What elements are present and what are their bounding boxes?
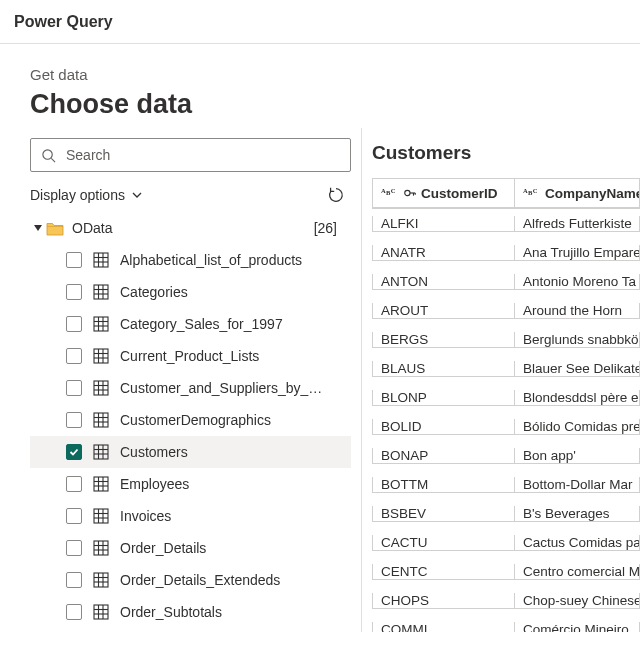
checkbox[interactable] xyxy=(66,476,82,492)
tree-item[interactable]: Current_Product_Lists xyxy=(30,340,351,372)
cell: Around the Horn xyxy=(515,303,640,319)
cell: Ana Trujillo Empare xyxy=(515,245,640,261)
tree-item-label: Customers xyxy=(120,444,351,460)
svg-rect-27 xyxy=(94,413,108,427)
chevron-down-icon xyxy=(131,189,143,201)
table-row[interactable]: ANATRAna Trujillo Empare xyxy=(372,238,640,267)
breadcrumb: Get data xyxy=(30,66,610,83)
search-box[interactable] xyxy=(30,138,351,172)
search-icon xyxy=(41,148,56,163)
checkbox[interactable] xyxy=(66,508,82,524)
table-row[interactable]: CACTUCactus Comidas pa xyxy=(372,528,640,557)
tree-item[interactable]: Order_Details_Extendeds xyxy=(30,564,351,596)
navigator-pane: Display options OData [26] Alphabetical_… xyxy=(0,128,362,632)
cell: ANTON xyxy=(372,274,515,290)
table-icon xyxy=(92,283,110,301)
key-icon xyxy=(403,186,417,200)
refresh-button[interactable] xyxy=(325,184,347,206)
checkbox[interactable] xyxy=(66,284,82,300)
svg-rect-2 xyxy=(94,253,108,267)
table-row[interactable]: BOLIDBólido Comidas pre xyxy=(372,412,640,441)
preview-pane: Customers ABCCustomerIDABCCompanyNameALF… xyxy=(362,128,640,632)
tree-item-label: Customer_and_Suppliers_by_… xyxy=(120,380,351,396)
tree-item[interactable]: Order_Subtotals xyxy=(30,596,351,622)
column-header[interactable]: ABCCompanyName xyxy=(515,179,640,209)
checkbox[interactable] xyxy=(66,572,82,588)
tree-item-label: Category_Sales_for_1997 xyxy=(120,316,351,332)
cell: Blauer See Delikate xyxy=(515,361,640,377)
tree-item[interactable]: Employees xyxy=(30,468,351,500)
caret-down-icon xyxy=(30,223,46,233)
source-folder-row[interactable]: OData [26] xyxy=(30,216,351,240)
table-icon xyxy=(92,411,110,429)
tree-item[interactable]: Order_Details xyxy=(30,532,351,564)
tree-item-label: Current_Product_Lists xyxy=(120,348,351,364)
cell: ANATR xyxy=(372,245,515,261)
checkbox[interactable] xyxy=(66,348,82,364)
text-type-icon: ABC xyxy=(381,186,399,200)
table-row[interactable]: BLONPBlondesddsl père e xyxy=(372,383,640,412)
tree-item-label: Categories xyxy=(120,284,351,300)
checkbox[interactable] xyxy=(66,252,82,268)
checkbox[interactable] xyxy=(66,380,82,396)
table-icon xyxy=(92,443,110,461)
table-row[interactable]: AROUTAround the Horn xyxy=(372,296,640,325)
cell: Bólido Comidas pre xyxy=(515,419,640,435)
display-options-button[interactable]: Display options xyxy=(30,187,143,203)
column-name: CustomerID xyxy=(421,186,498,201)
page-header: Get data Choose data xyxy=(0,44,640,124)
checkbox[interactable] xyxy=(66,540,82,556)
svg-rect-22 xyxy=(94,381,108,395)
source-item-count: [26] xyxy=(314,220,345,236)
tree-item[interactable]: Customers xyxy=(30,436,351,468)
cell: BSBEV xyxy=(372,506,515,522)
tree-item[interactable]: CustomerDemographics xyxy=(30,404,351,436)
table-row[interactable]: BLAUSBlauer See Delikate xyxy=(372,354,640,383)
tree-item[interactable]: Alphabetical_list_of_products xyxy=(30,244,351,276)
checkbox[interactable] xyxy=(66,444,82,460)
svg-point-65 xyxy=(405,190,410,195)
navigator-tools: Display options xyxy=(30,184,351,206)
tree-item[interactable]: Categories xyxy=(30,276,351,308)
cell: COMMI xyxy=(372,622,515,633)
table-icon xyxy=(92,379,110,397)
table-row[interactable]: ANTONAntonio Moreno Ta xyxy=(372,267,640,296)
app-title: Power Query xyxy=(14,13,113,31)
checkbox[interactable] xyxy=(66,412,82,428)
column-header[interactable]: ABCCustomerID xyxy=(372,179,515,209)
cell: BLONP xyxy=(372,390,515,406)
cell: BERGS xyxy=(372,332,515,348)
tree-item[interactable]: Category_Sales_for_1997 xyxy=(30,308,351,340)
cell: Antonio Moreno Ta xyxy=(515,274,640,290)
checkbox[interactable] xyxy=(66,316,82,332)
tree-item[interactable]: Invoices xyxy=(30,500,351,532)
table-row[interactable]: BERGSBerglunds snabbkö xyxy=(372,325,640,354)
tree-item-label: Order_Subtotals xyxy=(120,604,351,620)
table-row[interactable]: CENTCCentro comercial M xyxy=(372,557,640,586)
search-input[interactable] xyxy=(64,146,340,164)
grid-header-row: ABCCustomerIDABCCompanyName xyxy=(372,179,640,209)
table-icon xyxy=(92,603,110,621)
table-row[interactable]: ALFKIAlfreds Futterkiste xyxy=(372,209,640,238)
cell: Centro comercial M xyxy=(515,564,640,580)
table-row[interactable]: CHOPSChop-suey Chinese xyxy=(372,586,640,615)
table-row[interactable]: COMMIComércio Mineiro xyxy=(372,615,640,632)
table-tree: Alphabetical_list_of_productsCategoriesC… xyxy=(30,244,351,622)
table-row[interactable]: BONAPBon app' xyxy=(372,441,640,470)
page-title: Choose data xyxy=(30,89,610,120)
table-icon xyxy=(92,315,110,333)
tree-item-label: CustomerDemographics xyxy=(120,412,351,428)
table-row[interactable]: BOTTMBottom-Dollar Mar xyxy=(372,470,640,499)
svg-point-0 xyxy=(43,149,52,158)
content-area: Display options OData [26] Alphabetical_… xyxy=(0,128,640,632)
checkbox[interactable] xyxy=(66,604,82,620)
svg-text:C: C xyxy=(391,187,396,194)
cell: BOTTM xyxy=(372,477,515,493)
cell: BOLID xyxy=(372,419,515,435)
tree-item[interactable]: Customer_and_Suppliers_by_… xyxy=(30,372,351,404)
svg-rect-37 xyxy=(94,477,108,491)
table-row[interactable]: BSBEVB's Beverages xyxy=(372,499,640,528)
preview-title: Customers xyxy=(372,142,640,164)
cell: AROUT xyxy=(372,303,515,319)
svg-rect-52 xyxy=(94,573,108,587)
